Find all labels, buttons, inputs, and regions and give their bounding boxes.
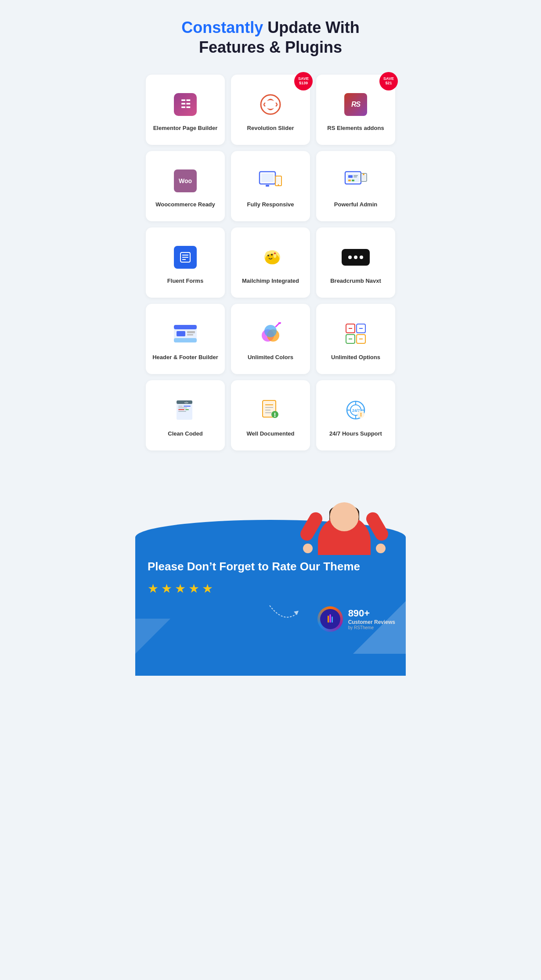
svg-rect-51 <box>178 407 187 408</box>
svg-rect-30 <box>174 338 197 342</box>
svg-marker-79 <box>135 619 157 654</box>
icon-clean-coded: </> <box>171 396 199 424</box>
icon-mailchimp <box>256 243 285 271</box>
icon-documented <box>256 396 285 424</box>
features-grid-section: ☷ Elementor Page Builder SAVE $139 Revol… <box>135 66 406 464</box>
svg-rect-81 <box>328 616 329 623</box>
label-colors: Unlimited Colors <box>248 354 293 361</box>
svg-rect-82 <box>329 614 331 623</box>
svg-rect-5 <box>276 177 281 184</box>
card-forms: Fluent Forms <box>146 227 225 298</box>
svg-rect-2 <box>261 173 274 182</box>
svg-rect-33 <box>187 334 193 335</box>
label-options: Unlimited Options <box>331 354 380 361</box>
icon-support: 24/7 <box>342 396 370 424</box>
label-revolution: Revolution Slider <box>247 125 294 132</box>
icon-breadcrumb <box>342 243 370 271</box>
card-woocommerce: Woo Woocommerce Ready <box>146 151 225 221</box>
card-responsive: Fully Responsive <box>231 151 310 221</box>
svg-rect-12 <box>348 180 351 181</box>
label-rs-elements: RS Elements addons <box>327 125 384 132</box>
features-grid: ☷ Elementor Page Builder SAVE $139 Revol… <box>146 75 395 450</box>
badge-rs-elements: SAVE $21 <box>379 72 398 90</box>
svg-rect-11 <box>353 177 357 177</box>
reviews-badge <box>317 606 343 632</box>
svg-rect-50 <box>184 406 191 407</box>
star-2: ★ <box>161 581 172 596</box>
cta-content: Please Don’t Forget to Rate Our Theme ★ … <box>135 559 406 596</box>
label-woocommerce: Woocommerce Ready <box>155 201 215 209</box>
svg-point-16 <box>363 173 364 175</box>
label-forms: Fluent Forms <box>167 277 203 285</box>
label-support: 24/7 Hours Support <box>329 430 382 438</box>
card-support: 24/7 24/7 Hours Support <box>316 380 395 450</box>
cta-section: Please Don’t Forget to Rate Our Theme ★ … <box>135 467 406 676</box>
card-documented: Well Documented <box>231 380 310 450</box>
label-elementor: Elementor Page Builder <box>153 125 218 132</box>
card-admin: Powerful Admin <box>316 151 395 221</box>
person-figure <box>309 467 379 555</box>
page-title: Constantly Update With Features & Plugin… <box>148 18 393 57</box>
svg-point-25 <box>271 254 273 256</box>
icon-header-footer <box>171 320 199 348</box>
card-revolution: SAVE $139 Revolution Slider <box>231 75 310 145</box>
bg-triangles-left <box>135 619 170 654</box>
card-rs-elements: SAVE $21 RS RS Elements addons <box>316 75 395 145</box>
badge-line2: $21 <box>385 81 392 86</box>
card-mailchimp: Mailchimp Integrated <box>231 227 310 298</box>
svg-rect-31 <box>177 331 185 336</box>
stars-row: ★ ★ ★ ★ ★ <box>148 581 393 596</box>
svg-point-36 <box>264 325 277 337</box>
bg-triangles-right <box>353 601 406 654</box>
icon-woocommerce: Woo <box>171 167 199 195</box>
cta-title: Please Don’t Forget to Rate Our Theme <box>148 559 393 574</box>
label-clean-coded: Clean Coded <box>168 430 202 438</box>
star-4: ★ <box>188 581 199 596</box>
svg-rect-13 <box>352 180 354 181</box>
star-3: ★ <box>175 581 186 596</box>
svg-marker-80 <box>294 611 299 615</box>
svg-rect-9 <box>348 175 353 178</box>
header-section: Constantly Update With Features & Plugin… <box>135 0 406 66</box>
svg-line-37 <box>276 323 279 327</box>
svg-rect-32 <box>187 331 195 333</box>
svg-rect-15 <box>361 175 366 180</box>
svg-rect-29 <box>174 325 197 329</box>
arrow-curve <box>265 601 300 627</box>
svg-point-64 <box>274 415 276 417</box>
badge-line2: $139 <box>299 81 308 86</box>
icon-options <box>342 320 370 348</box>
icon-elementor: ☷ <box>171 90 199 119</box>
svg-rect-53 <box>185 409 189 410</box>
card-clean-coded: </> Clean Coded <box>146 380 225 450</box>
svg-text:</>: </> <box>184 401 188 404</box>
svg-point-27 <box>274 252 276 254</box>
svg-rect-83 <box>332 616 333 623</box>
label-header-footer: Header & Footer Builder <box>152 354 218 361</box>
title-highlight: Constantly <box>181 18 263 36</box>
label-responsive: Fully Responsive <box>247 201 294 209</box>
label-mailchimp: Mailchimp Integrated <box>242 277 299 285</box>
svg-rect-54 <box>178 411 186 412</box>
card-header-footer: Header & Footer Builder <box>146 304 225 374</box>
label-breadcrumb: Breadcrumb Navxt <box>330 277 381 285</box>
svg-rect-49 <box>178 406 183 407</box>
svg-rect-52 <box>178 409 184 410</box>
icon-rs-elements: RS <box>342 90 370 119</box>
badge-revolution: SAVE $139 <box>294 72 313 90</box>
svg-rect-10 <box>353 175 358 176</box>
svg-point-24 <box>267 255 269 256</box>
card-breadcrumb: Breadcrumb Navxt <box>316 227 395 298</box>
card-options: Unlimited Options <box>316 304 395 374</box>
star-1: ★ <box>148 581 159 596</box>
card-elementor: ☷ Elementor Page Builder <box>146 75 225 145</box>
svg-rect-3 <box>266 185 269 187</box>
label-admin: Powerful Admin <box>334 201 377 209</box>
icon-forms <box>171 243 199 271</box>
icon-revolution <box>256 90 285 119</box>
icon-admin <box>342 167 370 195</box>
label-documented: Well Documented <box>247 430 295 438</box>
card-colors: Unlimited Colors <box>231 304 310 374</box>
icon-colors <box>256 320 285 348</box>
svg-point-6 <box>278 184 279 185</box>
